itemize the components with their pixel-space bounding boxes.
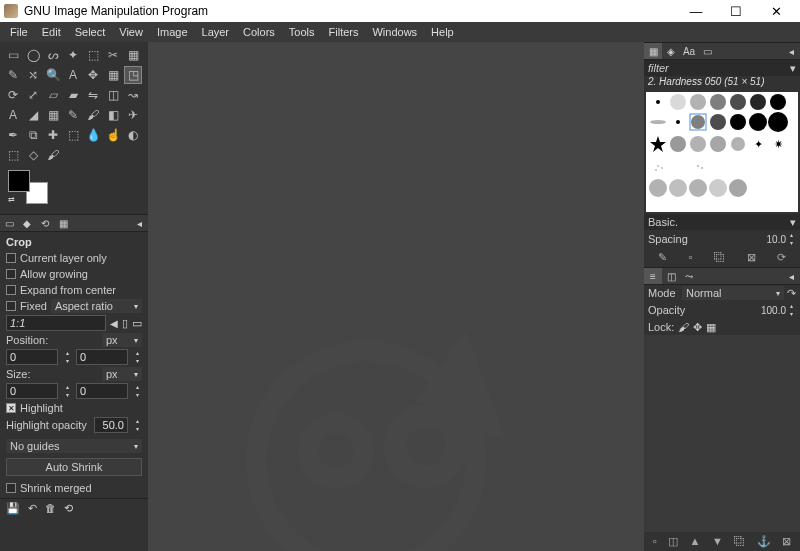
- menu-image[interactable]: Image: [151, 24, 194, 40]
- mode-switch-icon[interactable]: ↷: [787, 287, 796, 300]
- filter-arrow-icon[interactable]: ▾: [790, 62, 796, 75]
- brush-tab-menu-icon[interactable]: ◂: [782, 43, 800, 59]
- blur-tool[interactable]: 💧: [84, 126, 102, 144]
- by-color-tool[interactable]: ⬚: [84, 46, 102, 64]
- anchor-layer-icon[interactable]: ⚓: [757, 535, 771, 548]
- save-options-icon[interactable]: 💾: [6, 502, 20, 515]
- flip-tool[interactable]: ⇋: [84, 86, 102, 104]
- foreground-tool[interactable]: ▦: [124, 46, 142, 64]
- tab-undo[interactable]: ⟲: [36, 215, 54, 231]
- paths-tool[interactable]: ✎: [4, 66, 22, 84]
- brush-tool[interactable]: 🖌: [84, 106, 102, 124]
- perspective-tool[interactable]: ▰: [64, 86, 82, 104]
- position-y-input[interactable]: 0: [76, 349, 128, 365]
- canvas-area[interactable]: [148, 42, 644, 551]
- size-x-input[interactable]: 0: [6, 383, 58, 399]
- layer-group-icon[interactable]: ◫: [668, 535, 678, 548]
- edit-brush-icon[interactable]: ✎: [658, 251, 667, 264]
- tab-menu-icon[interactable]: ◂: [130, 215, 148, 231]
- eraser-tool[interactable]: ◧: [104, 106, 122, 124]
- layer-down-icon[interactable]: ▼: [712, 535, 723, 548]
- menu-filters[interactable]: Filters: [323, 24, 365, 40]
- heal-tool[interactable]: ✚: [44, 126, 62, 144]
- menu-tools[interactable]: Tools: [283, 24, 321, 40]
- allow-grow-check[interactable]: [6, 269, 16, 279]
- layers-list[interactable]: [644, 335, 800, 532]
- tab-history[interactable]: ▭: [698, 43, 716, 59]
- layer-tab-menu-icon[interactable]: ◂: [782, 268, 800, 284]
- position-x-input[interactable]: 0: [6, 349, 58, 365]
- color-swatches[interactable]: ⇄: [8, 170, 48, 204]
- menu-layer[interactable]: Layer: [196, 24, 236, 40]
- brush-grid[interactable]: ✦✷: [646, 92, 798, 212]
- pencil-tool[interactable]: ✎: [64, 106, 82, 124]
- scale-tool[interactable]: ⤢: [24, 86, 42, 104]
- preset-arrow-icon[interactable]: ▾: [790, 216, 796, 229]
- delete-layer-icon[interactable]: ⊠: [782, 535, 791, 548]
- cage-tool[interactable]: ◫: [104, 86, 122, 104]
- auto-shrink-button[interactable]: Auto Shrink: [6, 458, 142, 476]
- tab-tool-options[interactable]: ▭: [0, 215, 18, 231]
- lasso-tool[interactable]: ᔕ: [44, 46, 62, 64]
- ellipse-select-tool[interactable]: ◯: [24, 46, 42, 64]
- position-unit-dropdown[interactable]: px▾: [102, 333, 142, 347]
- delete-brush-icon[interactable]: ⊠: [747, 251, 756, 264]
- reset-options-icon[interactable]: ⟲: [64, 502, 73, 515]
- clear-icon[interactable]: ◀: [110, 318, 118, 329]
- airbrush-tool[interactable]: ✈: [124, 106, 142, 124]
- text-tool[interactable]: A: [4, 106, 22, 124]
- minimize-button[interactable]: —: [676, 0, 716, 22]
- size-unit-dropdown[interactable]: px▾: [102, 367, 142, 381]
- size-y-input[interactable]: 0: [76, 383, 128, 399]
- perspective-clone-tool[interactable]: ⬚: [64, 126, 82, 144]
- menu-edit[interactable]: Edit: [36, 24, 67, 40]
- fixed-check[interactable]: [6, 301, 16, 311]
- filter-label[interactable]: filter: [648, 62, 790, 74]
- portrait-icon[interactable]: ▯: [122, 317, 128, 330]
- landscape-icon[interactable]: ▭: [132, 317, 142, 330]
- dodge-tool[interactable]: ◐: [124, 126, 142, 144]
- delete-options-icon[interactable]: 🗑: [45, 502, 56, 515]
- shrink-merged-check[interactable]: [6, 483, 16, 493]
- tab-images[interactable]: ▦: [54, 215, 72, 231]
- fg-swatch[interactable]: [8, 170, 30, 192]
- new-brush-icon[interactable]: ▫: [688, 251, 692, 264]
- highlight-opacity-input[interactable]: 50.0: [94, 417, 128, 433]
- current-layer-check[interactable]: [6, 253, 16, 263]
- lock-alpha-icon[interactable]: ▦: [706, 321, 716, 334]
- move-tool[interactable]: ✥: [84, 66, 102, 84]
- tab-patterns[interactable]: ◈: [662, 43, 680, 59]
- close-button[interactable]: ✕: [756, 0, 796, 22]
- handle-transform-tool[interactable]: ◇: [24, 146, 42, 164]
- swap-icon[interactable]: ⇄: [8, 195, 15, 204]
- shear-tool[interactable]: ▱: [44, 86, 62, 104]
- tab-paths[interactable]: ⤳: [680, 268, 698, 284]
- guides-dropdown[interactable]: No guides▾: [6, 439, 142, 453]
- rotate-tool[interactable]: ⟳: [4, 86, 22, 104]
- tab-channels[interactable]: ◫: [662, 268, 680, 284]
- menu-help[interactable]: Help: [425, 24, 460, 40]
- tab-layers[interactable]: ≡: [644, 268, 662, 284]
- duplicate-brush-icon[interactable]: ⿻: [714, 251, 725, 264]
- gradient-tool[interactable]: ▦: [44, 106, 62, 124]
- menu-file[interactable]: File: [4, 24, 34, 40]
- rect-select-tool[interactable]: ▭: [4, 46, 22, 64]
- maximize-button[interactable]: ☐: [716, 0, 756, 22]
- menu-view[interactable]: View: [113, 24, 149, 40]
- opacity-value[interactable]: 100.0: [761, 305, 786, 316]
- preset-label[interactable]: Basic.: [648, 216, 790, 228]
- lock-pixel-icon[interactable]: 🖌: [678, 321, 689, 333]
- picker-tool[interactable]: ⤭: [24, 66, 42, 84]
- mode-dropdown[interactable]: Normal▾: [682, 286, 784, 300]
- tab-fonts[interactable]: Aa: [680, 43, 698, 59]
- refresh-brush-icon[interactable]: ⟳: [777, 251, 786, 264]
- spacing-value[interactable]: 10.0: [767, 234, 786, 245]
- ink-tool[interactable]: ✒: [4, 126, 22, 144]
- unified-transform-tool[interactable]: ⬚: [4, 146, 22, 164]
- tab-brushes[interactable]: ▦: [644, 43, 662, 59]
- tab-device[interactable]: ◆: [18, 215, 36, 231]
- menu-select[interactable]: Select: [69, 24, 112, 40]
- clone-tool[interactable]: ⧉: [24, 126, 42, 144]
- bucket-tool[interactable]: ◢: [24, 106, 42, 124]
- smudge-tool[interactable]: ☝: [104, 126, 122, 144]
